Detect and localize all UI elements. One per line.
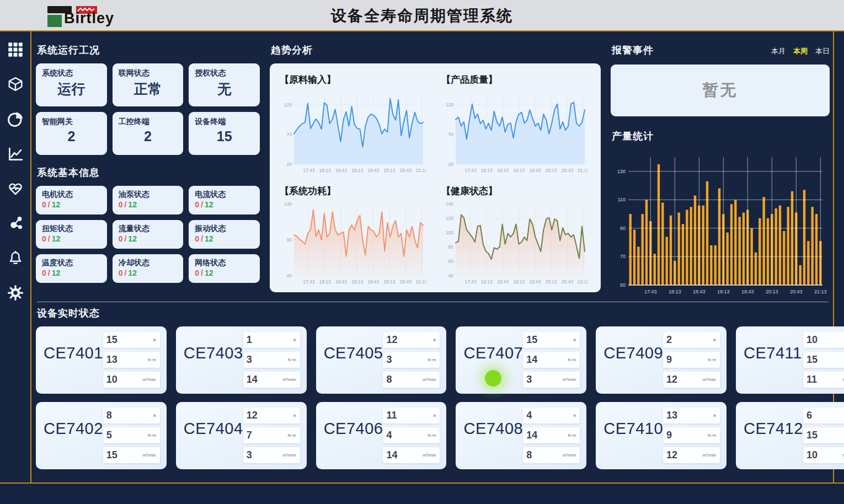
svg-text:90: 90	[287, 237, 292, 243]
alarm-count: 0	[195, 269, 199, 277]
svg-text:20:13: 20:13	[383, 279, 396, 285]
device-metric-unit: A	[573, 337, 576, 342]
device-metric-value: 12	[247, 410, 258, 421]
device-card-ce7406[interactable]: CE740611A4N·m14m³/min	[316, 402, 447, 469]
sidebar-item-alarms[interactable]	[6, 249, 25, 267]
device-metric-row: 12A	[243, 408, 300, 423]
device-card-ce7411[interactable]: CE741110A15N·m11m³/min	[736, 326, 844, 394]
device-metric-value: 4	[386, 430, 392, 441]
device-metric-value: 15	[106, 449, 117, 461]
status-card-value: 2	[119, 128, 178, 144]
network-nodes-icon	[7, 215, 24, 232]
device-metric-row: 15N·m	[803, 427, 844, 443]
svg-text:21:13: 21:13	[578, 168, 588, 173]
svg-text:18:43: 18:43	[497, 168, 509, 173]
svg-text:21:13: 21:13	[578, 279, 588, 285]
status-card-label: 设备终端	[195, 117, 254, 127]
status-card-label: 联网状态	[119, 68, 178, 78]
device-card-ce7410[interactable]: CE741013A9N·m12m³/min	[596, 402, 727, 469]
device-card-ce7402[interactable]: CE74028A5N·m15m³/min	[36, 402, 167, 469]
sidebar-item-trends[interactable]	[6, 144, 25, 163]
device-metric-value: 9	[666, 430, 672, 441]
sidebar-item-statistics[interactable]	[6, 110, 25, 128]
system-status-panel: 系统运行工况 系统状态 运行 联网状态 正常 授权状态 无	[36, 38, 260, 295]
pie-chart-icon	[7, 111, 24, 127]
trend-card: 【原料输入】 17:4318:1318:4319:1319:4320:1320:…	[270, 63, 601, 292]
tab-today[interactable]: 本日	[815, 46, 830, 56]
count-separator: /	[48, 234, 50, 243]
device-values: 12A7N·m3m³/min	[243, 408, 300, 464]
alarm-period-tabs: 本月 本周 本日	[771, 46, 830, 56]
device-metric-row: 10m³/min	[103, 372, 160, 388]
device-metric-value: 14	[386, 449, 397, 461]
svg-text:19:13: 19:13	[513, 279, 525, 285]
device-card-ce7403[interactable]: CE74031A3N·m14m³/min	[176, 326, 307, 394]
device-metric-unit: m³/min	[142, 453, 156, 458]
svg-text:18:43: 18:43	[335, 168, 348, 173]
chart-title-power-consumption: 【系统功耗】	[280, 185, 431, 197]
production-bar-chart: 17:4318:1318:4319:1319:4320:1320:4321:13…	[611, 149, 828, 298]
alarm-production-panel: 报警事件 本月 本周 本日 暂无 产量统计 17:4318:1318:4319:…	[611, 38, 830, 295]
svg-text:70: 70	[620, 254, 626, 259]
info-card-label: 电机状态	[42, 190, 101, 200]
device-metric-row: 14m³/min	[243, 372, 300, 388]
svg-text:20:13: 20:13	[766, 289, 778, 294]
device-metric-value: 12	[386, 334, 397, 346]
alarm-count: 0	[119, 234, 123, 243]
device-card-ce7401[interactable]: CE740115A13N·m10m³/min	[36, 326, 167, 394]
status-card-value: 正常	[119, 80, 178, 98]
device-metric-unit: N·m	[708, 433, 716, 438]
device-metric-unit: m³/min	[423, 453, 436, 458]
device-metric-row: 5N·m	[103, 427, 160, 443]
main-content: 系统运行工况 系统状态 运行 联网状态 正常 授权状态 无	[33, 31, 834, 482]
device-card-ce7408[interactable]: CE74084A14N·m8m³/min	[456, 402, 586, 469]
device-card-ce7404[interactable]: CE740412A7N·m3m³/min	[176, 402, 307, 469]
status-card-value: 运行	[42, 80, 101, 98]
svg-text:130: 130	[617, 169, 626, 174]
sidebar-item-dashboard[interactable]	[6, 40, 25, 59]
system-info-title: 系统基本信息	[37, 166, 260, 179]
info-card-counts: 0/12	[195, 234, 254, 243]
svg-text:90: 90	[620, 226, 626, 231]
device-metric-unit: N·m	[428, 433, 436, 438]
sidebar-item-health[interactable]	[6, 179, 25, 198]
device-metric-unit: N·m	[568, 357, 576, 362]
svg-text:70: 70	[287, 132, 292, 137]
device-card-ce7407[interactable]: CE740715A14N·m3m³/min	[456, 326, 586, 394]
tab-this-month[interactable]: 本月	[771, 46, 786, 56]
device-values: 11A4N·m14m³/min	[383, 408, 440, 464]
footer-bar	[0, 484, 844, 504]
device-metric-value: 3	[526, 374, 532, 385]
device-values: 6A15N·m10m³/min	[803, 408, 844, 464]
svg-text:20: 20	[448, 162, 454, 167]
device-metric-row: 1A	[243, 332, 300, 348]
device-metric-value: 11	[806, 374, 817, 385]
svg-text:19:13: 19:13	[717, 289, 730, 294]
tab-this-week[interactable]: 本周	[793, 46, 808, 56]
count-separator: /	[48, 269, 50, 277]
status-card-terminal: 工控终端 2	[113, 112, 184, 155]
device-card-ce7412[interactable]: CE74126A15N·m10m³/min	[736, 402, 844, 469]
svg-text:110: 110	[618, 197, 626, 202]
device-values: 2A9N·m12m³/min	[663, 332, 720, 388]
count-separator: /	[124, 269, 126, 277]
count-separator: /	[124, 200, 126, 209]
production-title: 产量统计	[612, 130, 830, 143]
device-metric-row: 12A	[383, 332, 440, 348]
total-count: 12	[205, 234, 213, 243]
svg-text:21:13: 21:13	[814, 289, 827, 294]
svg-text:19:13: 19:13	[513, 168, 525, 173]
system-status-title: 系统运行工况	[37, 44, 260, 57]
bell-icon	[7, 250, 24, 266]
device-card-ce7409[interactable]: CE74092A9N·m12m³/min	[596, 326, 727, 394]
status-card-system: 系统状态 运行	[36, 63, 107, 106]
total-count: 12	[205, 269, 213, 277]
info-card-counts: 0/12	[42, 234, 101, 243]
device-metric-value: 4	[526, 410, 532, 421]
device-metric-row: 4N·m	[383, 427, 440, 443]
device-status-title: 设备实时状态	[37, 307, 830, 320]
device-card-ce7405[interactable]: CE740512A3N·m8m³/min	[316, 326, 447, 394]
sidebar-item-settings[interactable]	[6, 283, 25, 302]
sidebar-item-equipment-model[interactable]	[6, 75, 25, 94]
sidebar-item-network[interactable]	[6, 214, 25, 233]
